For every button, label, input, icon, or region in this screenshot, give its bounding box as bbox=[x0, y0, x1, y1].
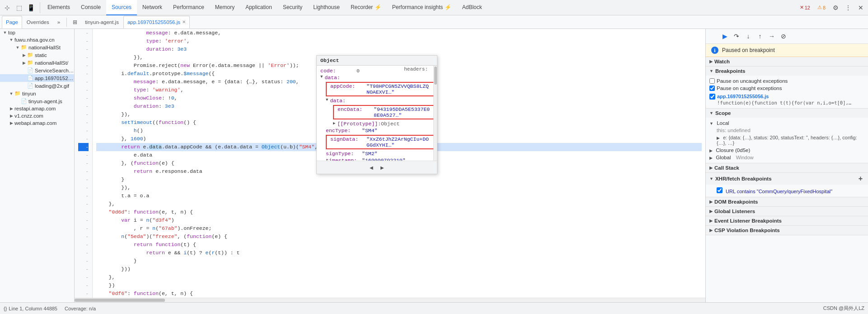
scope-e[interactable]: ▶ e: {data: {…}, status: 200, statusText… bbox=[717, 134, 864, 147]
scope-this: this: undefined bbox=[717, 127, 864, 134]
global-label: Global bbox=[716, 155, 731, 160]
popup-overlay: Object code: 0 ▼ data: bbox=[316, 55, 437, 174]
step-into-icon[interactable]: ↓ bbox=[743, 31, 754, 42]
popup-row-encdata[interactable]: encData: "943195DDA5E5337E08E0A527…" bbox=[334, 106, 434, 119]
popup-scrollbar-thumb[interactable] bbox=[434, 67, 437, 85]
scrollbar-thumb[interactable] bbox=[75, 299, 165, 302]
file-tab-app[interactable]: app.1697015255056.js ✕ bbox=[123, 16, 190, 29]
popup-row-proto1[interactable]: ▶ [[Prototype]]: Object bbox=[317, 120, 437, 127]
xhr-label: XHR/fetch Breakpoints bbox=[715, 176, 772, 181]
subtab-page[interactable]: Page bbox=[2, 16, 22, 29]
popup-row-nested-data[interactable]: ▼ data: bbox=[317, 97, 437, 104]
expand-arrow: ▼ bbox=[8, 38, 14, 42]
dom-header[interactable]: ▶ DOM Breakpoints bbox=[706, 197, 868, 206]
popup-next-icon[interactable]: ▶ bbox=[377, 162, 388, 173]
settings-icon[interactable]: ⚙ bbox=[830, 2, 841, 13]
step-icon[interactable]: → bbox=[766, 31, 777, 42]
main-content: ▼ top ▼ fuwu.nhsa.gov.cn ▼ 📁 nationalHal… bbox=[0, 29, 868, 302]
folder-icon: 📁 bbox=[27, 60, 33, 66]
toggle-sidebar-icon[interactable]: ⊞ bbox=[70, 17, 80, 28]
scope-global-header[interactable]: ▶ Global Window bbox=[709, 154, 864, 161]
pause-caught-checkbox[interactable] bbox=[709, 86, 715, 91]
tab-perf-insights[interactable]: Performance insights ⚡ bbox=[387, 0, 457, 15]
horizontal-scrollbar[interactable] bbox=[75, 298, 705, 302]
callstack-header[interactable]: ▶ Call Stack bbox=[706, 163, 868, 172]
bp-code: !function(e){function t(t){for(var n,i,o… bbox=[717, 100, 853, 105]
cursor-icon[interactable]: ⊹ bbox=[2, 2, 13, 13]
tree-item-top[interactable]: ▼ top bbox=[0, 29, 74, 36]
tab-elements[interactable]: Elements bbox=[42, 0, 75, 15]
popup-headers-label: headers: bbox=[404, 67, 428, 72]
error-badge[interactable]: ✕ 12 bbox=[797, 4, 813, 11]
xhr-checkbox[interactable] bbox=[717, 187, 723, 193]
popup-row-data-expand[interactable]: ▼ data: bbox=[317, 74, 437, 81]
more-icon[interactable]: ⋮ bbox=[843, 2, 854, 13]
watch-header[interactable]: ▶ Watch bbox=[706, 57, 868, 66]
bp-file-checkbox[interactable] bbox=[709, 94, 715, 100]
paused-status: ℹ Paused on breakpoint bbox=[706, 44, 868, 57]
pause-uncaught-checkbox[interactable] bbox=[709, 78, 715, 84]
popup-scrollbar[interactable] bbox=[433, 66, 437, 161]
popup-row-enctype[interactable]: encType: "SM4" bbox=[317, 127, 437, 134]
subtab-more[interactable]: » bbox=[54, 16, 64, 29]
scope-header[interactable]: ▼ Scope bbox=[706, 109, 868, 118]
error-x-icon: ✕ bbox=[800, 5, 804, 10]
tree-item-nationalhallst[interactable]: ▼ 📁 nationalHallSt bbox=[0, 43, 74, 51]
tree-item-nationalhallst-sub[interactable]: ▶ 📁 nationalHallSt/ bbox=[0, 59, 74, 67]
expand-arrow[interactable]: ▼ bbox=[320, 75, 323, 79]
xhr-header[interactable]: ▼ XHR/fetch Breakpoints + bbox=[706, 173, 868, 185]
tab-network[interactable]: Network bbox=[137, 0, 168, 15]
popup-row-timestamp[interactable]: timestamp: "169990792219" bbox=[317, 157, 437, 161]
popup-row-signdata[interactable]: signData: "XxZ6tJhZ2ArNgCIu+DOGGdXYHI…" bbox=[327, 136, 434, 148]
tree-item-static[interactable]: ▶ 📁 static bbox=[0, 51, 74, 59]
tab-application[interactable]: Application bbox=[240, 0, 277, 15]
expand-arrow: ▼ bbox=[8, 91, 14, 96]
step-out-icon[interactable]: ↑ bbox=[755, 31, 765, 42]
tab-sources[interactable]: Sources bbox=[106, 0, 137, 15]
tab-memory[interactable]: Memory bbox=[210, 0, 240, 15]
tree-item-restapi[interactable]: ▶ restapi.amap.com bbox=[0, 105, 74, 112]
subtab-overrides[interactable]: Overrides bbox=[23, 16, 53, 29]
close-icon[interactable]: ✕ bbox=[855, 2, 866, 13]
popup-row-signtype[interactable]: signType: "SM2" bbox=[317, 150, 437, 157]
pause-uncaught-item: Pause on uncaught exceptions bbox=[709, 77, 864, 85]
warning-badge[interactable]: ⚠ 8 bbox=[815, 4, 828, 11]
global-header[interactable]: ▶ Global Listeners bbox=[706, 207, 868, 216]
scope-local-header[interactable]: ▼ Local bbox=[709, 119, 864, 127]
scope-closure-header[interactable]: ▶ Closure (0d5e) bbox=[709, 147, 864, 154]
device-icon[interactable]: 📱 bbox=[25, 2, 36, 13]
resume-icon[interactable]: ▶ bbox=[719, 31, 730, 42]
bottom-bar: {} Line 1, Column 44885 Coverage: n/a CS… bbox=[0, 302, 868, 314]
deactivate-breakpoints-icon[interactable]: ⊘ bbox=[778, 31, 789, 42]
gl-arrow: ▶ bbox=[709, 209, 713, 214]
popup-nav-arrows: ◀ ▶ bbox=[317, 161, 437, 174]
csp-header[interactable]: ▶ CSP Violation Breakpoints bbox=[706, 226, 868, 235]
expand-arrow[interactable]: ▼ bbox=[326, 98, 328, 102]
expand-arrow[interactable]: ▶ bbox=[333, 121, 335, 126]
tree-item-fuwu[interactable]: ▼ fuwu.nhsa.gov.cn bbox=[0, 36, 74, 43]
popup-row-appcode[interactable]: appCode: "T98HPCGN5ZVVQBS8LZQNOAEXVI…" bbox=[327, 83, 434, 95]
tab-lighthouse[interactable]: Lighthouse bbox=[308, 0, 345, 15]
tab-security[interactable]: Security bbox=[277, 0, 308, 15]
popup-prev-icon[interactable]: ◀ bbox=[366, 162, 377, 173]
global-arrow: ▶ bbox=[709, 156, 713, 160]
close-tab-icon[interactable]: ✕ bbox=[182, 19, 186, 24]
inspect-icon[interactable]: ⬚ bbox=[14, 2, 24, 13]
tab-console[interactable]: Console bbox=[75, 0, 106, 15]
xhr-url[interactable]: URL contains "CommQuery/queryFixedHospit… bbox=[709, 186, 864, 195]
step-over-icon[interactable]: ↷ bbox=[731, 31, 742, 42]
file-tab-agent[interactable]: tinyun-agent.js bbox=[81, 16, 122, 29]
tree-item-tinyun-agent[interactable]: 📄 tinyun-agent.js bbox=[0, 97, 74, 105]
breakpoints-header[interactable]: ▼ Breakpoints bbox=[706, 67, 868, 76]
add-xhr-btn[interactable]: + bbox=[857, 175, 864, 183]
tab-adblock[interactable]: AdBlock bbox=[457, 0, 488, 15]
tree-item-app-js[interactable]: 📄 app.169701525505… bbox=[0, 74, 74, 82]
event-header[interactable]: ▶ Event Listener Breakpoints bbox=[706, 216, 868, 225]
tree-item-webapi[interactable]: ▶ webapi.amap.com bbox=[0, 119, 74, 127]
tree-item-loading-gif[interactable]: 📄 loading@2x.gif bbox=[0, 82, 74, 90]
tree-item-tinyun[interactable]: ▼ 📁 tinyun bbox=[0, 90, 74, 97]
tree-item-v1cnzz[interactable]: ▶ v1.cnzz.com bbox=[0, 112, 74, 119]
tab-performance[interactable]: Performance bbox=[168, 0, 210, 15]
tab-recorder[interactable]: Recorder ⚡ bbox=[345, 0, 387, 15]
tree-item-servicesearch[interactable]: 📄 ServiceSearchMod… bbox=[0, 67, 74, 74]
